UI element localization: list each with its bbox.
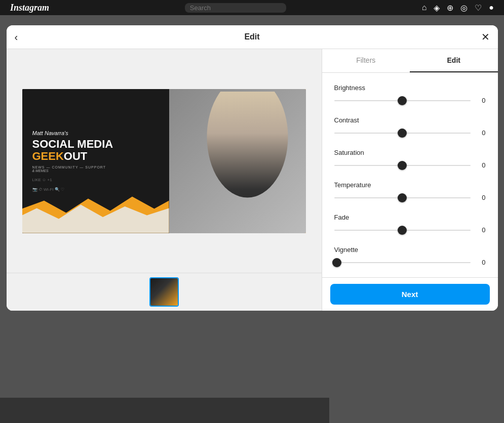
back-button[interactable]: ‹ (15, 31, 18, 43)
thumbnail-item[interactable] (149, 277, 179, 307)
image-subtitle: NEWS — COMMUNITY — SUPPORT (32, 165, 159, 169)
heart-icon[interactable]: ♡ (475, 3, 482, 13)
temperature-control: 0 (334, 194, 486, 201)
image-title: SOCIAL MEDIA GEEKOUT (32, 138, 159, 162)
brightness-track[interactable] (334, 100, 471, 101)
brightness-label: Brightness (334, 84, 486, 92)
vignette-value: 0 (476, 259, 486, 266)
modal-title: Edit (244, 32, 259, 41)
main-image: Matt Navarra's SOCIAL MEDIA GEEKOUT NEWS… (22, 89, 306, 233)
thumbnails-strip (7, 273, 322, 311)
image-text-content: Matt Navarra's SOCIAL MEDIA GEEKOUT NEWS… (22, 89, 169, 233)
saturation-value: 0 (476, 161, 486, 169)
person-silhouette (189, 92, 306, 231)
instagram-logo: Instagram (10, 3, 49, 13)
next-button[interactable]: Next (330, 284, 490, 305)
brightness-thumb[interactable] (398, 96, 407, 105)
temperature-track[interactable] (334, 197, 471, 198)
fade-row: Fade 0 (322, 207, 498, 240)
brightness-control: 0 (334, 97, 486, 104)
temperature-thumb[interactable] (398, 193, 407, 202)
contrast-thumb[interactable] (398, 129, 407, 138)
saturation-thumb[interactable] (398, 161, 407, 170)
fade-value: 0 (476, 226, 486, 234)
image-person-area (169, 89, 306, 233)
nav-icons: ⌂ ◈ ⊕ ◎ ♡ ● (422, 3, 494, 13)
edit-tabs: Filters Edit (322, 49, 498, 73)
right-panel: Filters Edit Brightness 0 (322, 49, 498, 311)
modal-header: ‹ Edit ✕ (7, 25, 498, 49)
modal-overlay: ‹ Edit ✕ Matt Navarra's SOCIAL MEDIA (0, 15, 504, 423)
contrast-track[interactable] (334, 133, 471, 134)
saturation-control: 0 (334, 161, 486, 169)
fade-label: Fade (334, 214, 486, 221)
contrast-control: 0 (334, 129, 486, 137)
brightness-value: 0 (476, 97, 486, 104)
sliders-area: Brightness 0 Contrast (322, 73, 498, 277)
left-panel: Matt Navarra's SOCIAL MEDIA GEEKOUT NEWS… (7, 49, 322, 311)
search-input[interactable] (185, 3, 286, 13)
top-navigation: Instagram ⌂ ◈ ⊕ ◎ ♡ ● (0, 0, 504, 15)
image-caption-top: Matt Navarra's (32, 130, 159, 136)
tab-filters[interactable]: Filters (322, 49, 410, 72)
modal-body: Matt Navarra's SOCIAL MEDIA GEEKOUT NEWS… (7, 49, 498, 311)
tab-edit[interactable]: Edit (410, 49, 498, 72)
home-icon[interactable]: ⌂ (422, 3, 427, 12)
explore-icon[interactable]: ◈ (434, 3, 440, 13)
saturation-row: Saturation 0 (322, 143, 498, 175)
misc-icons: 📷 ⏱ WI-FI 🔍 ♡ (32, 187, 64, 192)
thumbnail-image (150, 278, 178, 306)
vignette-row: Vignette 0 (322, 240, 498, 272)
edit-modal: ‹ Edit ✕ Matt Navarra's SOCIAL MEDIA (7, 25, 498, 311)
image-preview-area: Matt Navarra's SOCIAL MEDIA GEEKOUT NEWS… (7, 49, 322, 273)
next-button-area: Next (322, 277, 498, 311)
contrast-label: Contrast (334, 116, 486, 124)
vignette-thumb[interactable] (332, 258, 341, 267)
background-content: ‹ Edit ✕ Matt Navarra's SOCIAL MEDIA (0, 15, 504, 423)
fade-control: 0 (334, 226, 486, 234)
temperature-label: Temperature (334, 181, 486, 189)
reels-icon[interactable]: ◎ (460, 3, 468, 13)
fade-track[interactable] (334, 230, 471, 231)
vignette-track[interactable] (334, 262, 471, 263)
temperature-value: 0 (476, 194, 486, 201)
vignette-label: Vignette (334, 246, 486, 253)
contrast-value: 0 (476, 129, 486, 137)
contrast-row: Contrast 0 (322, 110, 498, 143)
profile-avatar[interactable]: ● (489, 3, 494, 12)
like-icon: LIKE ☺ +1 (32, 178, 52, 182)
saturation-track[interactable] (334, 165, 471, 166)
image-icons-row-2: 📷 ⏱ WI-FI 🔍 ♡ (32, 187, 159, 192)
image-memes: & MEMES (32, 169, 159, 173)
add-icon[interactable]: ⊕ (447, 3, 453, 13)
close-button[interactable]: ✕ (481, 31, 490, 43)
vignette-control: 0 (334, 259, 486, 266)
image-icons-row: LIKE ☺ +1 (32, 178, 159, 182)
brightness-row: Brightness 0 (322, 78, 498, 110)
temperature-row: Temperature 0 (322, 175, 498, 207)
fade-thumb[interactable] (398, 226, 407, 235)
saturation-label: Saturation (334, 149, 486, 156)
